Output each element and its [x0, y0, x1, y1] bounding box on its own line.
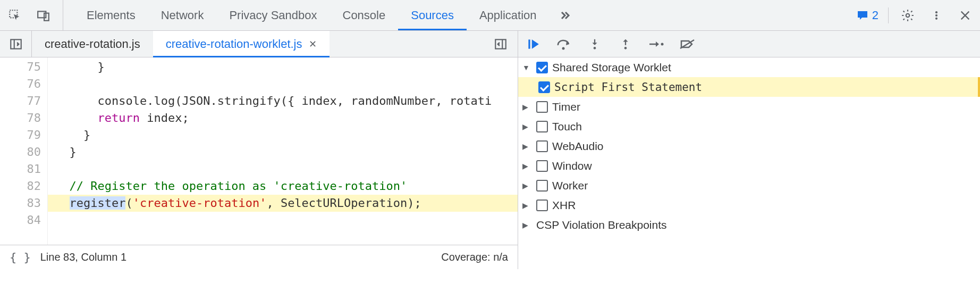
- toolbar-left-group: [5, 0, 63, 30]
- checkbox[interactable]: [536, 121, 548, 132]
- line-number[interactable]: 78: [0, 110, 41, 127]
- step-into-button[interactable]: [584, 34, 605, 55]
- expand-triangle-icon[interactable]: ▶: [522, 201, 532, 210]
- breakpoint-category[interactable]: ▶WebAudio: [518, 136, 980, 156]
- line-number[interactable]: 75: [0, 59, 41, 76]
- panel-tab-console[interactable]: Console: [330, 0, 399, 30]
- line-number[interactable]: 83: [0, 195, 41, 212]
- svg-point-12: [562, 47, 565, 49]
- svg-point-3: [906, 13, 910, 17]
- breakpoint-category[interactable]: ▶Worker: [518, 176, 980, 195]
- breakpoint-category[interactable]: ▼Shared Storage Worklet: [518, 57, 980, 77]
- settings-gear-icon[interactable]: [898, 6, 917, 25]
- checkbox[interactable]: [536, 140, 548, 152]
- line-number[interactable]: 79: [0, 127, 41, 144]
- coverage-status: Coverage: n/a: [441, 251, 508, 263]
- event-listener-breakpoints: ▼Shared Storage WorkletScript First Stat…: [518, 57, 980, 269]
- panel-tab-sources[interactable]: Sources: [398, 0, 467, 30]
- breakpoint-category[interactable]: ▶Window: [518, 156, 980, 176]
- code-line: [48, 161, 518, 178]
- code-line: [48, 212, 518, 229]
- cursor-position: Line 83, Column 1: [40, 251, 126, 263]
- show-debugger-icon[interactable]: [491, 35, 510, 54]
- breakpoint-category-label: WebAudio: [552, 140, 604, 153]
- breakpoint-section-label: CSP Violation Breakpoints: [536, 219, 667, 231]
- code-line: }: [48, 127, 518, 144]
- checkbox[interactable]: [536, 200, 548, 211]
- messages-badge[interactable]: 2: [856, 9, 878, 22]
- close-icon[interactable]: [956, 6, 975, 25]
- navigator-toggle-icon[interactable]: [0, 31, 32, 57]
- code-line: register('creative-rotation', SelectURLO…: [48, 195, 518, 212]
- breakpoint-category-label: Touch: [552, 120, 582, 133]
- file-tabs-bar: creative-rotation.jscreative-rotation-wo…: [0, 31, 518, 57]
- expand-triangle-icon[interactable]: ▼: [522, 63, 532, 72]
- svg-point-6: [935, 17, 937, 19]
- more-tabs-icon[interactable]: [555, 6, 574, 25]
- devtools-main-toolbar: ElementsNetworkPrivacy SandboxConsoleSou…: [0, 0, 980, 31]
- line-number[interactable]: 84: [0, 212, 41, 229]
- svg-point-5: [935, 14, 937, 16]
- code-line: }: [48, 144, 518, 161]
- panel-tabs: ElementsNetworkPrivacy SandboxConsoleSou…: [74, 0, 550, 30]
- step-button[interactable]: [646, 34, 667, 55]
- sources-pane: creative-rotation.jscreative-rotation-wo…: [0, 31, 518, 269]
- svg-point-4: [935, 11, 937, 13]
- checkbox[interactable]: [536, 62, 548, 73]
- breakpoint-section[interactable]: ▶CSP Violation Breakpoints: [518, 215, 980, 235]
- expand-triangle-icon[interactable]: ▶: [522, 103, 532, 111]
- code-line: // Register the operation as 'creative-r…: [48, 178, 518, 195]
- breakpoint-category[interactable]: ▶Timer: [518, 97, 980, 117]
- code-line: console.log(JSON.stringify({ index, rand…: [48, 93, 518, 110]
- line-number[interactable]: 76: [0, 76, 41, 93]
- svg-point-14: [594, 47, 596, 49]
- expand-triangle-icon[interactable]: ▶: [522, 221, 532, 229]
- file-tab[interactable]: creative-rotation.js: [32, 31, 153, 57]
- expand-triangle-icon[interactable]: ▶: [522, 142, 532, 151]
- breakpoint-category-label: Worker: [552, 179, 588, 192]
- deactivate-breakpoints-button[interactable]: [677, 34, 698, 55]
- expand-triangle-icon[interactable]: ▶: [522, 181, 532, 190]
- line-number[interactable]: 80: [0, 144, 41, 161]
- checkbox[interactable]: [536, 101, 548, 113]
- debugger-pane: ▼Shared Storage WorkletScript First Stat…: [518, 31, 980, 269]
- separator: [888, 7, 889, 23]
- line-number[interactable]: 77: [0, 93, 41, 110]
- checkbox[interactable]: [536, 180, 548, 192]
- device-toolbar-icon[interactable]: [34, 6, 53, 25]
- panel-tab-application[interactable]: Application: [467, 0, 550, 30]
- expand-triangle-icon[interactable]: ▶: [522, 122, 532, 131]
- close-icon[interactable]: ✕: [309, 38, 317, 50]
- breakpoint-category[interactable]: ▶XHR: [518, 195, 980, 215]
- breakpoint-category-label: Shared Storage Worklet: [552, 61, 671, 74]
- file-tab-label: creative-rotation-worklet.js: [166, 37, 302, 51]
- expand-triangle-icon[interactable]: ▶: [522, 162, 532, 170]
- line-number[interactable]: 81: [0, 161, 41, 178]
- checkbox[interactable]: [536, 160, 548, 172]
- code-line: return index;: [48, 110, 518, 127]
- step-out-button[interactable]: [615, 34, 636, 55]
- code-lines: } console.log(JSON.stringify({ index, ra…: [48, 57, 518, 245]
- code-editor[interactable]: 75767778798081828384 } console.log(JSON.…: [0, 57, 518, 245]
- step-over-button[interactable]: [553, 34, 575, 55]
- code-line: }: [48, 59, 518, 76]
- breakpoint-item[interactable]: Script First Statement: [518, 77, 980, 97]
- checkbox[interactable]: [538, 81, 550, 93]
- code-line: [48, 76, 518, 93]
- kebab-menu-icon[interactable]: [927, 6, 946, 25]
- debugger-toolbar: [518, 31, 980, 57]
- panel-tab-privacy-sandbox[interactable]: Privacy Sandbox: [216, 0, 330, 30]
- breakpoint-category[interactable]: ▶Touch: [518, 117, 980, 136]
- pretty-print-icon[interactable]: { }: [10, 251, 31, 264]
- resume-button[interactable]: [522, 34, 544, 55]
- file-tab[interactable]: creative-rotation-worklet.js✕: [153, 31, 330, 57]
- panel-tab-elements[interactable]: Elements: [74, 0, 148, 30]
- breakpoint-category-label: Timer: [552, 101, 580, 113]
- svg-point-16: [624, 47, 627, 49]
- line-number[interactable]: 82: [0, 178, 41, 195]
- breakpoint-item-label: Script First Statement: [554, 81, 702, 94]
- inspect-element-icon[interactable]: [5, 6, 24, 25]
- panel-tab-network[interactable]: Network: [148, 0, 217, 30]
- messages-count: 2: [872, 9, 878, 22]
- editor-status-bar: { } Line 83, Column 1 Coverage: n/a: [0, 245, 518, 269]
